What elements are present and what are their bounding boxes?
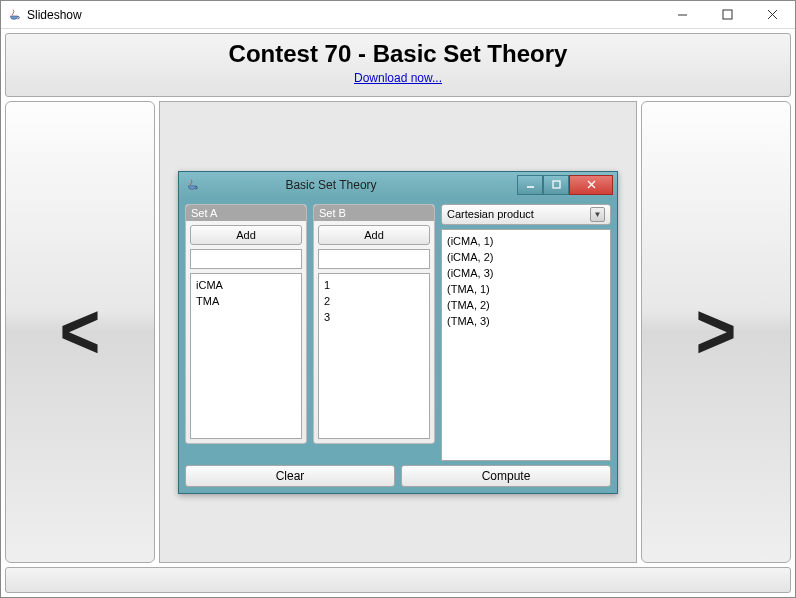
inner-body: Set A Add iCMATMA Set B Add 123 — [179, 198, 617, 493]
set-a-panel: Set A Add iCMATMA — [185, 204, 307, 444]
window-title: Slideshow — [27, 8, 660, 22]
next-button[interactable]: > — [641, 101, 791, 563]
inner-close-button[interactable] — [569, 175, 613, 195]
set-b-list[interactable]: 123 — [318, 273, 430, 439]
slide-area: Basic Set Theory — [159, 101, 637, 563]
slideshow-window: Slideshow Contest 70 - Basic Set Theory … — [0, 0, 796, 598]
contest-title: Contest 70 - Basic Set Theory — [6, 40, 790, 68]
inner-app-window: Basic Set Theory — [178, 171, 618, 494]
set-a-add-button[interactable]: Add — [190, 225, 302, 245]
prev-icon: < — [60, 288, 101, 376]
inner-minimize-button[interactable] — [517, 175, 543, 195]
list-item[interactable]: (iCMA, 1) — [447, 233, 605, 249]
list-item[interactable]: 3 — [324, 309, 424, 325]
set-a-input[interactable] — [190, 249, 302, 269]
prev-button[interactable]: < — [5, 101, 155, 563]
inner-maximize-button[interactable] — [543, 175, 569, 195]
set-b-panel: Set B Add 123 — [313, 204, 435, 444]
header-panel: Contest 70 - Basic Set Theory Download n… — [5, 33, 791, 97]
close-button[interactable] — [750, 1, 795, 29]
list-item[interactable]: iCMA — [196, 277, 296, 293]
set-a-label: Set A — [186, 205, 306, 221]
result-panel: Cartesian product ▼ (iCMA, 1)(iCMA, 2)(i… — [441, 204, 611, 461]
set-b-input[interactable] — [318, 249, 430, 269]
download-link[interactable]: Download now... — [354, 71, 442, 85]
set-b-add-button[interactable]: Add — [318, 225, 430, 245]
svg-rect-5 — [553, 181, 560, 188]
inner-window-controls — [517, 175, 613, 195]
chevron-down-icon: ▼ — [590, 207, 605, 222]
inner-window-title: Basic Set Theory — [205, 178, 517, 192]
inner-columns: Set A Add iCMATMA Set B Add 123 — [185, 204, 611, 461]
java-icon — [185, 178, 199, 192]
list-item[interactable]: (TMA, 3) — [447, 313, 605, 329]
list-item[interactable]: (iCMA, 3) — [447, 265, 605, 281]
bottom-buttons: Clear Compute — [185, 465, 611, 487]
operation-select[interactable]: Cartesian product ▼ — [441, 204, 611, 225]
window-controls — [660, 1, 795, 29]
list-item[interactable]: 1 — [324, 277, 424, 293]
compute-button[interactable]: Compute — [401, 465, 611, 487]
body-row: < Basic Set Theory — [5, 101, 791, 563]
inner-titlebar: Basic Set Theory — [179, 172, 617, 198]
main-content: Contest 70 - Basic Set Theory Download n… — [1, 29, 795, 597]
java-icon — [7, 8, 21, 22]
list-item[interactable]: (TMA, 1) — [447, 281, 605, 297]
titlebar: Slideshow — [1, 1, 795, 29]
svg-rect-1 — [723, 10, 732, 19]
set-a-list[interactable]: iCMATMA — [190, 273, 302, 439]
footer-panel — [5, 567, 791, 593]
minimize-button[interactable] — [660, 1, 705, 29]
list-item[interactable]: TMA — [196, 293, 296, 309]
list-item[interactable]: 2 — [324, 293, 424, 309]
list-item[interactable]: (TMA, 2) — [447, 297, 605, 313]
operation-selected: Cartesian product — [447, 208, 534, 220]
next-icon: > — [696, 288, 737, 376]
result-list[interactable]: (iCMA, 1)(iCMA, 2)(iCMA, 3)(TMA, 1)(TMA,… — [441, 229, 611, 461]
list-item[interactable]: (iCMA, 2) — [447, 249, 605, 265]
maximize-button[interactable] — [705, 1, 750, 29]
clear-button[interactable]: Clear — [185, 465, 395, 487]
set-b-label: Set B — [314, 205, 434, 221]
